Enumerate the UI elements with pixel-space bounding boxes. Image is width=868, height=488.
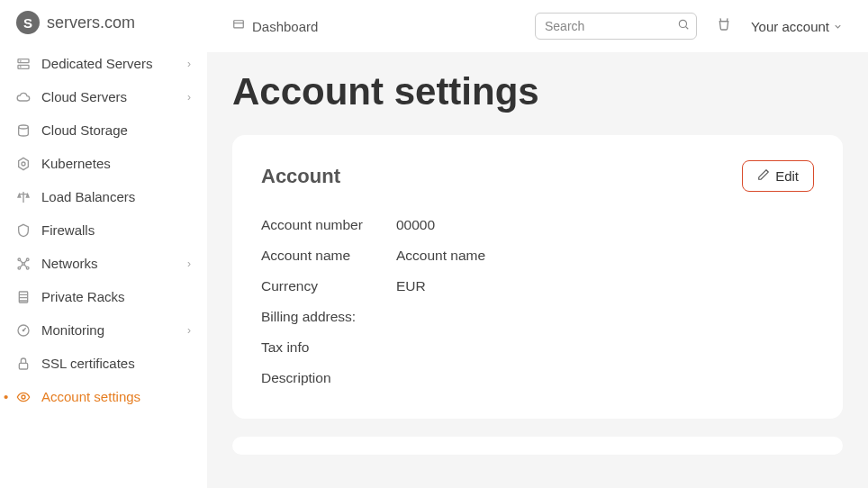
chevron-right-icon: ›: [187, 324, 191, 337]
svg-point-6: [22, 162, 25, 166]
svg-rect-15: [19, 363, 27, 369]
chevron-right-icon: ›: [187, 58, 191, 70]
svg-point-11: [23, 262, 25, 265]
server-icon: [16, 57, 31, 71]
content: Account settings Account Edit Account nu…: [207, 52, 868, 488]
sidebar-item-networks[interactable]: Networks›: [0, 247, 207, 280]
field-row: Account nameAccount name: [261, 240, 814, 271]
field-value: EUR: [396, 278, 426, 294]
field-row: Description: [261, 363, 814, 393]
svg-point-10: [26, 267, 29, 269]
svg-marker-5: [19, 158, 29, 169]
account-menu[interactable]: Your account: [751, 19, 843, 34]
account-card-title: Account: [261, 165, 340, 188]
account-card: Account Edit Account number00000Account …: [232, 135, 843, 419]
svg-point-4: [19, 125, 29, 129]
dashboard-icon: [232, 19, 245, 34]
rack-icon: [16, 290, 31, 304]
breadcrumb[interactable]: Dashboard: [232, 19, 318, 34]
chevron-right-icon: ›: [187, 258, 191, 270]
kube-icon: [16, 157, 31, 171]
field-label: Tax info: [261, 339, 396, 356]
field-row: Account number00000: [261, 210, 814, 240]
next-card: [232, 437, 843, 455]
cloud-icon: [16, 90, 31, 104]
page-title: Account settings: [232, 70, 843, 113]
card-header: Account Edit: [261, 160, 814, 192]
gauge-icon: [16, 323, 31, 338]
scale-icon: [16, 190, 31, 204]
svg-point-3: [20, 67, 21, 68]
search-box: [535, 13, 697, 40]
svg-rect-17: [234, 20, 244, 27]
edit-button-label: Edit: [775, 168, 799, 184]
brand-logo-icon: S: [16, 11, 40, 34]
sidebar-item-label: Load Balancers: [41, 189, 191, 204]
eye-icon: [16, 390, 31, 404]
brand-logo-text: servers.com: [47, 14, 135, 32]
topbar: Dashboard Your account: [207, 0, 868, 52]
main-area: Dashboard Your account Account settings …: [207, 0, 868, 488]
sidebar-item-label: Cloud Storage: [41, 122, 191, 138]
svg-point-14: [23, 330, 23, 330]
sidebar-item-label: Networks: [41, 256, 176, 271]
account-fields: Account number00000Account nameAccount n…: [261, 210, 814, 393]
field-label: Account number: [261, 217, 396, 233]
sidebar-item-ssl-certificates[interactable]: SSL certificates: [0, 347, 207, 380]
field-label: Account name: [261, 248, 396, 264]
sidebar-item-label: Cloud Servers: [41, 89, 176, 104]
account-menu-label: Your account: [751, 19, 829, 34]
svg-point-18: [679, 20, 686, 27]
svg-point-8: [26, 258, 29, 261]
sidebar: S servers.com Dedicated Servers›Cloud Se…: [0, 0, 207, 488]
sidebar-item-label: Dedicated Servers: [41, 56, 176, 71]
field-row: Tax info: [261, 332, 814, 363]
sidebar-item-firewalls[interactable]: Firewalls: [0, 213, 207, 247]
cart-icon[interactable]: [713, 14, 735, 39]
field-label: Billing address:: [261, 309, 396, 325]
sidebar-item-dedicated-servers[interactable]: Dedicated Servers›: [0, 47, 207, 80]
search-icon[interactable]: [677, 18, 690, 34]
edit-button[interactable]: Edit: [742, 160, 814, 192]
field-value: 00000: [396, 217, 435, 233]
field-row: Billing address:: [261, 302, 814, 332]
breadcrumb-label: Dashboard: [252, 19, 318, 34]
network-icon: [16, 257, 31, 271]
svg-point-16: [22, 395, 25, 399]
svg-point-7: [18, 258, 21, 261]
sidebar-item-cloud-storage[interactable]: Cloud Storage: [0, 113, 207, 147]
sidebar-item-label: Account settings: [41, 389, 191, 404]
svg-point-9: [18, 267, 21, 269]
sidebar-item-label: SSL certificates: [41, 356, 191, 371]
sidebar-item-cloud-servers[interactable]: Cloud Servers›: [0, 80, 207, 113]
search-input[interactable]: [535, 13, 697, 40]
sidebar-item-label: Private Racks: [41, 289, 191, 304]
sidebar-item-label: Kubernetes: [41, 156, 191, 171]
pencil-icon: [757, 168, 770, 184]
sidebar-item-account-settings[interactable]: Account settings: [0, 380, 207, 413]
sidebar-item-monitoring[interactable]: Monitoring›: [0, 313, 207, 347]
sidebar-item-load-balancers[interactable]: Load Balancers: [0, 180, 207, 213]
field-label: Currency: [261, 278, 396, 294]
field-label: Description: [261, 370, 396, 386]
chevron-right-icon: ›: [187, 91, 191, 104]
field-value: Account name: [396, 248, 485, 264]
sidebar-item-label: Firewalls: [41, 222, 191, 238]
sidebar-item-label: Monitoring: [41, 322, 176, 338]
chevron-down-icon: [833, 19, 843, 34]
sidebar-nav: Dedicated Servers›Cloud Servers›Cloud St…: [0, 47, 207, 413]
sidebar-item-private-racks[interactable]: Private Racks: [0, 280, 207, 313]
shield-icon: [16, 223, 31, 238]
lock-icon: [16, 357, 31, 371]
brand-logo[interactable]: S servers.com: [0, 11, 207, 47]
storage-icon: [16, 123, 31, 138]
sidebar-item-kubernetes[interactable]: Kubernetes: [0, 147, 207, 180]
svg-point-2: [20, 60, 21, 61]
field-row: CurrencyEUR: [261, 271, 814, 302]
